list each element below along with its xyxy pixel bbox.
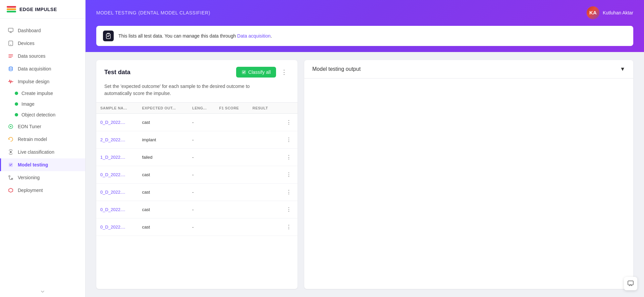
sidebar-item-deployment[interactable]: Deployment xyxy=(0,184,85,197)
sidebar-item-data-acquisition[interactable]: Data acquisition xyxy=(0,62,85,75)
col-length: LENG... xyxy=(188,103,215,114)
sample-name-link-5[interactable]: 0_D_2022.... xyxy=(100,207,125,212)
cell-result-6 xyxy=(249,218,277,236)
data-acquisition-link[interactable]: Data acquisition xyxy=(237,33,271,39)
sidebar-label-devices: Devices xyxy=(18,41,35,46)
classify-all-button[interactable]: Classify all xyxy=(236,67,276,78)
sample-name-link-2[interactable]: 1_D_2022.... xyxy=(100,155,125,160)
device-icon xyxy=(8,40,14,46)
sidebar-label-live-classification: Live classification xyxy=(18,149,54,155)
cell-sample-name-4: 0_D_2022.... xyxy=(96,184,138,201)
sidebar-item-impulse-design[interactable]: Impulse design xyxy=(0,75,85,88)
svg-point-11 xyxy=(10,151,12,153)
chat-icon xyxy=(627,280,634,287)
sidebar-label-data-sources: Data sources xyxy=(18,53,45,59)
sidebar-label-dashboard: Dashboard xyxy=(18,28,41,33)
sample-name-link-6[interactable]: 0_D_2022.... xyxy=(100,225,125,230)
page-title: MODEL TESTING (DENTAL MODEL CLASSIFIER) xyxy=(96,9,210,16)
output-panel-header: Model testing output ▼ xyxy=(304,60,633,79)
sidebar-item-image[interactable]: Image xyxy=(0,99,85,109)
sidebar-item-devices[interactable]: Devices xyxy=(0,37,85,50)
cell-result-3 xyxy=(249,166,277,184)
sample-name-link-1[interactable]: 2_D_2022.... xyxy=(100,137,125,142)
table-row: 0_D_2022.... cast - ⋮ xyxy=(96,114,298,131)
test-data-table-container: SAMPLE NA... EXPECTED OUT... LENG... F1 … xyxy=(96,102,298,289)
sample-name-link-4[interactable]: 0_D_2022.... xyxy=(100,190,125,195)
table-row: 0_D_2022.... cast - ⋮ xyxy=(96,166,298,184)
row-more-btn-6[interactable]: ⋮ xyxy=(284,222,293,232)
cell-length-5: - xyxy=(188,201,215,218)
logo-stripe-red xyxy=(7,6,16,8)
cell-length-4: - xyxy=(188,184,215,201)
sidebar-item-model-testing[interactable]: Model testing xyxy=(0,158,85,171)
svg-rect-0 xyxy=(8,28,13,32)
sidebar-item-versioning[interactable]: Versioning xyxy=(0,171,85,184)
cell-row-actions-5: ⋮ xyxy=(277,201,298,218)
table-header-row: SAMPLE NA... EXPECTED OUT... LENG... F1 … xyxy=(96,103,298,114)
cell-result-1 xyxy=(249,131,277,149)
sidebar-item-data-sources[interactable]: Data sources xyxy=(0,50,85,62)
sample-name-link-0[interactable]: 0_D_2022.... xyxy=(100,120,125,125)
col-f1-score: F1 SCORE xyxy=(215,103,248,114)
cell-result-5 xyxy=(249,201,277,218)
cell-result-2 xyxy=(249,149,277,166)
cell-row-actions-1: ⋮ xyxy=(277,131,298,149)
col-sample-name: SAMPLE NA... xyxy=(96,103,138,114)
row-more-btn-0[interactable]: ⋮ xyxy=(284,118,293,127)
sidebar-item-retrain-model[interactable]: Retrain model xyxy=(0,133,85,146)
table-row: 0_D_2022.... cast - ⋮ xyxy=(96,201,298,218)
live-icon xyxy=(8,149,14,155)
svg-point-4 xyxy=(10,44,11,45)
database-icon xyxy=(8,66,14,72)
panel-description: Set the 'expected outcome' for each samp… xyxy=(96,83,298,102)
panel-actions: Classify all ⋮ xyxy=(236,67,289,78)
svg-point-10 xyxy=(10,126,11,127)
svg-point-8 xyxy=(9,67,12,68)
row-more-btn-3[interactable]: ⋮ xyxy=(284,170,293,179)
cell-f1-score-2 xyxy=(215,149,248,166)
sidebar-item-dashboard[interactable]: Dashboard xyxy=(0,24,85,37)
row-more-btn-2[interactable]: ⋮ xyxy=(284,153,293,162)
cell-length-0: - xyxy=(188,114,215,131)
cell-expected-out-2: failed xyxy=(138,149,188,166)
row-more-btn-1[interactable]: ⋮ xyxy=(284,135,293,144)
test-data-table: SAMPLE NA... EXPECTED OUT... LENG... F1 … xyxy=(96,103,298,236)
cell-expected-out-6: cast xyxy=(138,218,188,236)
row-more-btn-5[interactable]: ⋮ xyxy=(284,205,293,214)
sidebar-item-object-detection[interactable]: Object detection xyxy=(0,109,85,120)
cell-row-actions-6: ⋮ xyxy=(277,218,298,236)
sidebar-item-live-classification[interactable]: Live classification xyxy=(0,146,85,158)
sidebar-item-create-impulse[interactable]: Create impulse xyxy=(0,88,85,99)
sidebar-label-retrain-model: Retrain model xyxy=(18,137,47,142)
cell-sample-name-1: 2_D_2022.... xyxy=(96,131,138,149)
chat-icon-button[interactable] xyxy=(624,277,637,290)
cell-sample-name-3: 0_D_2022.... xyxy=(96,166,138,184)
sidebar-scroll-down[interactable] xyxy=(0,286,85,297)
sidebar-item-eon-tuner[interactable]: EON Tuner xyxy=(0,120,85,133)
output-dropdown-button[interactable]: ▼ xyxy=(620,66,625,72)
cell-f1-score-5 xyxy=(215,201,248,218)
cell-expected-out-1: implant xyxy=(138,131,188,149)
clipboard-icon xyxy=(103,31,114,41)
logo-text: EDGE IMPULSE xyxy=(19,7,57,12)
cell-sample-name-2: 1_D_2022.... xyxy=(96,149,138,166)
sample-name-link-3[interactable]: 0_D_2022.... xyxy=(100,172,125,177)
cell-expected-out-5: cast xyxy=(138,201,188,218)
cell-length-3: - xyxy=(188,166,215,184)
svg-point-13 xyxy=(9,176,10,177)
header-top: MODEL TESTING (DENTAL MODEL CLASSIFIER) … xyxy=(96,6,633,19)
dot-icon-object-detection xyxy=(15,113,18,116)
cell-sample-name-0: 0_D_2022.... xyxy=(96,114,138,131)
monitor-icon xyxy=(8,28,14,34)
col-expected-out: EXPECTED OUT... xyxy=(138,103,188,114)
row-more-btn-4[interactable]: ⋮ xyxy=(284,188,293,197)
table-row: 1_D_2022.... failed - ⋮ xyxy=(96,149,298,166)
data-source-icon xyxy=(8,53,14,59)
sidebar-nav: Dashboard Devices Data sources xyxy=(0,19,85,286)
avatar-inner: KA xyxy=(587,6,599,19)
panel-more-button[interactable]: ⋮ xyxy=(279,67,289,78)
logo-icon xyxy=(7,6,16,12)
cell-expected-out-3: cast xyxy=(138,166,188,184)
retrain-icon xyxy=(8,136,14,142)
user-name: Kutluhan Aktar xyxy=(603,10,633,15)
